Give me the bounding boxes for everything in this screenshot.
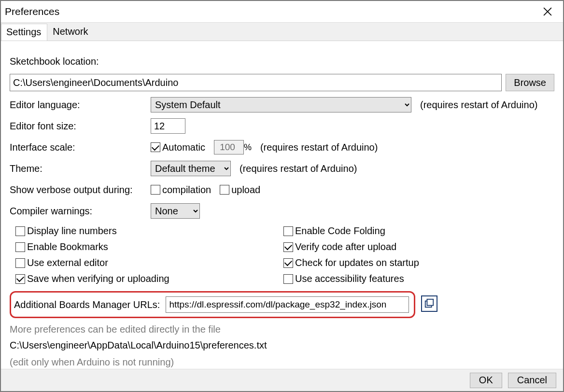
accessibility-checkbox[interactable]: Use accessibility features xyxy=(283,273,404,284)
scale-hint: (requires restart of Arduino) xyxy=(260,142,378,153)
edit-only-hint: (edit only when Arduino is not running) xyxy=(10,357,554,368)
checkbox-icon xyxy=(15,226,25,236)
checkbox-icon xyxy=(15,242,25,252)
tab-network[interactable]: Network xyxy=(47,23,94,41)
percent-label: % xyxy=(244,142,252,153)
save-when-verifying-checkbox[interactable]: Save when verifying or uploading xyxy=(15,273,169,284)
verify-after-upload-checkbox[interactable]: Verify code after upload xyxy=(283,241,396,252)
expand-urls-icon[interactable] xyxy=(421,295,437,312)
checkbox-icon xyxy=(220,185,229,195)
sketchbook-label: Sketchbook location: xyxy=(10,56,151,67)
language-hint: (requires restart of Arduino) xyxy=(420,99,537,111)
scale-value-input[interactable] xyxy=(214,140,244,154)
checkbox-icon xyxy=(283,274,293,284)
display-line-numbers-checkbox[interactable]: Display line numbers xyxy=(15,225,117,237)
tab-settings[interactable]: Settings xyxy=(1,24,47,41)
boards-urls-label: Additional Boards Manager URLs: xyxy=(14,299,160,310)
use-external-editor-checkbox[interactable]: Use external editor xyxy=(15,257,108,268)
warnings-label: Compiler warnings: xyxy=(10,206,151,217)
tabbar: Settings Network xyxy=(1,22,563,41)
cancel-button[interactable]: Cancel xyxy=(508,373,556,388)
titlebar: Preferences xyxy=(1,1,563,22)
fontsize-input[interactable] xyxy=(151,118,185,134)
boards-urls-input[interactable] xyxy=(166,296,409,313)
verbose-upload-checkbox[interactable]: upload xyxy=(220,184,260,196)
boards-urls-highlight: Additional Boards Manager URLs: xyxy=(10,291,415,318)
theme-label: Theme: xyxy=(10,163,151,174)
browse-button[interactable]: Browse xyxy=(506,74,554,91)
ok-button[interactable]: OK xyxy=(470,373,502,388)
checkbox-icon xyxy=(283,226,293,236)
sketchbook-input[interactable] xyxy=(10,74,502,91)
settings-panel: Sketchbook location: Browse Editor langu… xyxy=(1,41,563,369)
verbose-compilation-checkbox[interactable]: compilation xyxy=(151,184,211,196)
checkbox-icon xyxy=(283,258,293,268)
theme-hint: (requires restart of Arduino) xyxy=(240,163,357,174)
preferences-window: Preferences Settings Network Sketchbook … xyxy=(0,0,564,392)
more-prefs-hint: More preferences can be edited directly … xyxy=(10,324,554,335)
svg-rect-3 xyxy=(427,299,433,306)
fontsize-label: Editor font size: xyxy=(10,121,151,132)
language-label: Editor language: xyxy=(10,99,151,111)
enable-bookmarks-checkbox[interactable]: Enable Bookmarks xyxy=(15,241,108,252)
checkbox-icon xyxy=(151,142,160,152)
prefs-file-path[interactable]: C:\Users\engineer\AppData\Local\Arduino1… xyxy=(10,340,554,351)
language-select[interactable]: System Default xyxy=(151,97,411,112)
theme-select[interactable]: Default theme xyxy=(151,161,231,176)
checkbox-icon xyxy=(283,242,293,252)
check-updates-checkbox[interactable]: Check for updates on startup xyxy=(283,257,419,268)
dialog-footer: OK Cancel xyxy=(1,369,563,391)
checkbox-icon xyxy=(15,258,25,268)
close-icon[interactable] xyxy=(536,2,559,21)
warnings-select[interactable]: None xyxy=(151,203,200,219)
scale-label: Interface scale: xyxy=(10,142,151,153)
window-title: Preferences xyxy=(5,6,59,17)
checkbox-icon xyxy=(15,274,25,284)
verbose-label: Show verbose output during: xyxy=(10,184,151,196)
scale-automatic-checkbox[interactable]: Automatic xyxy=(151,142,205,153)
enable-code-folding-checkbox[interactable]: Enable Code Folding xyxy=(283,225,385,237)
checkbox-icon xyxy=(151,185,160,195)
